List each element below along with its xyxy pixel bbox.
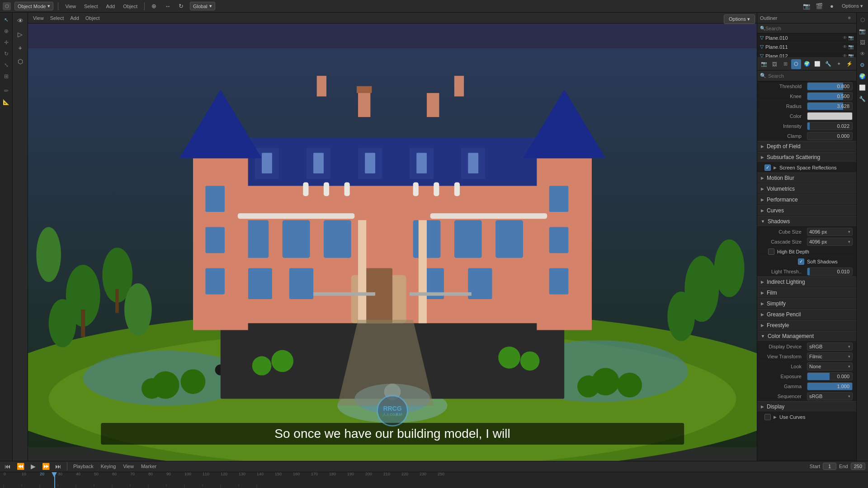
menu-select[interactable]: Select bbox=[82, 3, 100, 10]
strip-world-btn[interactable]: 🌍 bbox=[857, 71, 868, 82]
play-fwd-btn[interactable]: ⏩ bbox=[41, 461, 51, 471]
play-btn[interactable]: ▶ bbox=[28, 461, 38, 471]
radius-field[interactable]: 3.628 bbox=[807, 102, 853, 110]
measure-btn[interactable]: 📐 bbox=[1, 97, 12, 108]
props-object-btn[interactable]: ⬜ bbox=[812, 59, 822, 69]
end-frame[interactable]: 250 bbox=[851, 463, 865, 470]
props-world-btn[interactable]: 🌍 bbox=[802, 59, 812, 69]
ssr-row[interactable]: ✓ ▶ Screen Space Reflections bbox=[757, 163, 856, 173]
vis-render-icon[interactable]: 📷 bbox=[848, 35, 854, 40]
render-anim-icon[interactable]: 🎬 bbox=[814, 1, 824, 11]
vis-render-icon2[interactable]: 📷 bbox=[848, 44, 854, 49]
light-thresh-field[interactable]: 0.010 bbox=[807, 267, 853, 276]
view-transform-dropdown[interactable]: Filmic ▾ bbox=[807, 352, 853, 361]
high-bit-depth-row[interactable]: High Bit Depth bbox=[757, 247, 856, 257]
options-overlay-btn[interactable]: Options ▾ bbox=[724, 14, 755, 24]
soft-shadows-row[interactable]: ✓ Soft Shadows bbox=[757, 257, 856, 267]
mode-dropdown[interactable]: Object Mode ▾ bbox=[14, 2, 53, 10]
strip-output-btn[interactable]: 🖼 bbox=[857, 37, 868, 48]
use-curves-checkbox[interactable] bbox=[764, 414, 771, 420]
props-scene-btn[interactable]: ⬡ bbox=[791, 59, 801, 69]
cube-size-dropdown[interactable]: 4096 px ▾ bbox=[807, 228, 853, 236]
vm-add[interactable]: Add bbox=[68, 14, 81, 22]
soft-shadows-checkbox[interactable]: ✓ bbox=[798, 258, 804, 265]
strip-render-btn[interactable]: 📷 bbox=[857, 26, 868, 37]
props-view-btn[interactable]: ⊞ bbox=[780, 59, 790, 69]
strip-scene-btn[interactable]: ⬡ bbox=[857, 14, 868, 25]
volumetrics-section[interactable]: ▶ Volumetrics bbox=[757, 183, 856, 194]
rotate-tool[interactable]: ↻ bbox=[176, 1, 186, 11]
vis-eye-icon[interactable]: 👁 bbox=[843, 35, 847, 40]
freestyle-section[interactable]: ▶ Freestyle bbox=[757, 320, 856, 331]
select-tool-btn[interactable]: ↖ bbox=[1, 14, 12, 25]
outliner-row-plane011[interactable]: ▽ Plane.011 👁 📷 bbox=[757, 42, 856, 52]
curves-section[interactable]: ▶ Curves bbox=[757, 205, 856, 216]
vm-select[interactable]: Select bbox=[48, 14, 66, 22]
look-dropdown[interactable]: None ▾ bbox=[807, 362, 853, 371]
props-modifier-btn[interactable]: 🔧 bbox=[823, 59, 833, 69]
threshold-field[interactable]: 0.800 bbox=[807, 82, 853, 90]
props-physics-btn[interactable]: ⚡ bbox=[844, 59, 854, 69]
render-icon[interactable]: 📷 bbox=[802, 1, 811, 11]
high-bit-depth-checkbox[interactable] bbox=[768, 249, 774, 255]
sequencer-dropdown[interactable]: sRGB ▾ bbox=[807, 392, 853, 400]
strip-mod-btn[interactable]: 🔧 bbox=[857, 94, 868, 104]
depth-of-field-section[interactable]: ▶ Depth of Field bbox=[757, 141, 856, 152]
outliner-row-plane012[interactable]: ▽ Plane.012 👁 📷 bbox=[757, 52, 856, 58]
color-swatch[interactable] bbox=[807, 112, 853, 120]
film-section[interactable]: ▶ Film bbox=[757, 287, 856, 298]
scale-btn[interactable]: ⤡ bbox=[1, 60, 12, 70]
outliner-row-plane010[interactable]: ▽ Plane.010 👁 📷 bbox=[757, 33, 856, 42]
timeline-ruler[interactable]: 0 10 20 30 40 50 60 70 80 90 100 110 120… bbox=[0, 472, 868, 488]
motion-blur-section[interactable]: ▶ Motion Blur bbox=[757, 173, 856, 183]
simplify-section[interactable]: ▶ Simplify bbox=[757, 298, 856, 309]
vis-eye-icon2[interactable]: 👁 bbox=[843, 44, 847, 49]
cascade-size-dropdown[interactable]: 4096 px ▾ bbox=[807, 238, 853, 246]
props-particles-btn[interactable]: ✦ bbox=[834, 59, 844, 69]
annotate-btn[interactable]: ✏ bbox=[1, 85, 12, 96]
cursor-tool[interactable]: ⊕ bbox=[149, 1, 159, 11]
outliner-filter-btn[interactable]: ≡ bbox=[845, 14, 854, 22]
props-render-btn[interactable]: 📷 bbox=[759, 59, 769, 69]
tool-add[interactable]: + bbox=[14, 42, 27, 54]
exposure-field[interactable]: 0.000 bbox=[807, 372, 853, 380]
vis-eye-icon3[interactable]: 👁 bbox=[843, 53, 847, 58]
use-curves-row[interactable]: ▶ Use Curves bbox=[757, 412, 856, 422]
color-management-section[interactable]: ▼ Color Management bbox=[757, 331, 856, 342]
playback-menu[interactable]: Playback bbox=[71, 463, 96, 470]
move-tool[interactable]: ↔ bbox=[163, 1, 173, 11]
strip-obj-btn[interactable]: ⬜ bbox=[857, 82, 868, 93]
display-device-dropdown[interactable]: sRGB ▾ bbox=[807, 343, 853, 351]
move-btn[interactable]: ✛ bbox=[1, 37, 12, 48]
props-output-btn[interactable]: 🖼 bbox=[770, 59, 780, 69]
props-search-input[interactable] bbox=[768, 73, 854, 79]
viewport[interactable]: View Select Add Object ⊞ ⊕ ● bbox=[28, 13, 757, 461]
indirect-lighting-section[interactable]: ▶ Indirect Lighting bbox=[757, 277, 856, 287]
menu-add[interactable]: Add bbox=[104, 3, 118, 10]
shadows-section[interactable]: ▼ Shadows bbox=[757, 216, 856, 227]
tool-object[interactable]: ⬡ bbox=[14, 55, 27, 68]
play-back-btn[interactable]: ⏪ bbox=[15, 461, 25, 471]
knee-field[interactable]: 0.500 bbox=[807, 92, 853, 100]
play-begin-btn[interactable]: ⏮ bbox=[3, 461, 13, 471]
strip-view-btn[interactable]: 👁 bbox=[857, 48, 868, 59]
view-menu[interactable]: View bbox=[121, 463, 136, 470]
start-frame[interactable]: 1 bbox=[823, 463, 836, 470]
options-btn[interactable]: Options ▾ bbox=[840, 2, 865, 10]
ssr-checkbox[interactable]: ✓ bbox=[764, 164, 771, 171]
clamp-field[interactable]: 0.000 bbox=[807, 132, 853, 140]
transform-btn[interactable]: ⊞ bbox=[1, 71, 12, 82]
transform-dropdown[interactable]: Global ▾ bbox=[190, 2, 215, 10]
vm-object[interactable]: Object bbox=[83, 14, 102, 22]
tool-view[interactable]: 👁 bbox=[14, 14, 27, 27]
subsurface-section[interactable]: ▶ Subsurface Scattering bbox=[757, 152, 856, 163]
performance-section[interactable]: ▶ Performance bbox=[757, 194, 856, 205]
strip-props-btn[interactable]: ⚙ bbox=[857, 60, 868, 70]
viewport-shade[interactable]: ● bbox=[827, 1, 837, 11]
tool-select[interactable]: ▷ bbox=[14, 28, 27, 41]
menu-view[interactable]: View bbox=[63, 3, 78, 10]
grease-pencil-section[interactable]: ▶ Grease Pencil bbox=[757, 309, 856, 320]
intensity-field[interactable]: 0.022 bbox=[807, 122, 853, 130]
cursor-btn[interactable]: ⊕ bbox=[1, 26, 12, 37]
vis-render-icon3[interactable]: 📷 bbox=[848, 53, 854, 58]
